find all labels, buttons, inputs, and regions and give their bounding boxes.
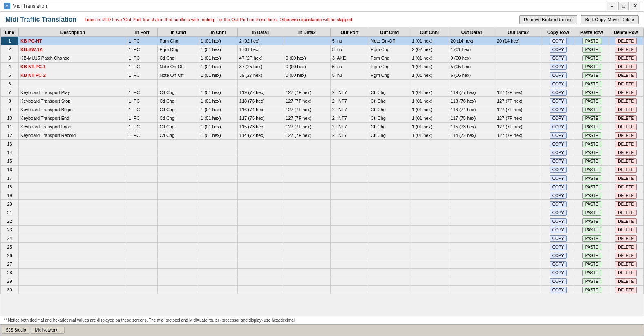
cell-delete[interactable]: DELETE [608, 234, 644, 243]
cell-out-port[interactable] [330, 251, 369, 260]
cell-out-cmd[interactable] [369, 277, 410, 286]
cell-in-cmd[interactable] [158, 269, 199, 277]
cell-in-d2[interactable]: 127 (7F hex) [284, 123, 330, 131]
cell-out-d1[interactable]: 118 (76 hex) [449, 97, 495, 105]
cell-in-d1[interactable] [237, 148, 284, 157]
cell-desc[interactable]: KB PC-NT [19, 37, 127, 45]
cell-out-d2[interactable]: 127 (7F hex) [495, 97, 541, 105]
paste-row-button[interactable]: PASTE [582, 115, 601, 121]
delete-row-button[interactable]: DELETE [615, 98, 637, 104]
cell-delete[interactable]: DELETE [608, 277, 644, 286]
cell-in-cmd[interactable] [158, 251, 199, 260]
table-row[interactable]: 24 COPY PASTE DELETE [1, 234, 644, 243]
paste-row-button[interactable]: PASTE [582, 47, 601, 53]
cell-copy[interactable]: COPY [541, 191, 575, 200]
cell-in-cmd[interactable] [158, 226, 199, 234]
cell-copy[interactable]: COPY [541, 243, 575, 251]
cell-in-port[interactable] [127, 208, 158, 217]
cell-out-d1[interactable] [449, 183, 495, 191]
cell-in-cmd[interactable] [158, 243, 199, 251]
cell-desc[interactable] [19, 286, 127, 294]
cell-out-d2[interactable] [495, 191, 541, 200]
cell-paste[interactable]: PASTE [575, 277, 608, 286]
cell-in-d2[interactable] [284, 140, 330, 148]
cell-out-port[interactable]: 2: INT7 [330, 88, 369, 97]
paste-row-button[interactable]: PASTE [582, 193, 601, 199]
cell-out-chn[interactable] [410, 269, 449, 277]
delete-row-button[interactable]: DELETE [615, 90, 637, 96]
cell-copy[interactable]: COPY [541, 234, 575, 243]
table-row[interactable]: 25 COPY PASTE DELETE [1, 243, 644, 251]
cell-out-d1[interactable] [449, 226, 495, 234]
cell-in-chn[interactable]: 1 (01 hex) [199, 131, 238, 140]
cell-out-chn[interactable] [410, 80, 449, 88]
cell-in-port[interactable] [127, 260, 158, 269]
cell-in-chn[interactable]: 1 (01 hex) [199, 97, 238, 105]
cell-in-chn[interactable] [199, 80, 238, 88]
cell-in-cmd[interactable]: Ctl Chg [158, 97, 199, 105]
cell-in-chn[interactable] [199, 260, 238, 269]
cell-out-d1[interactable]: 119 (77 hex) [449, 88, 495, 97]
paste-row-button[interactable]: PASTE [582, 98, 601, 104]
cell-in-d1[interactable] [237, 200, 284, 208]
cell-out-d1[interactable] [449, 234, 495, 243]
cell-in-chn[interactable] [199, 251, 238, 260]
cell-out-chn[interactable]: 1 (01 hex) [410, 71, 449, 80]
table-row[interactable]: 12 Keyboard Transport Record 1: PC Ctl C… [1, 131, 644, 140]
cell-in-port[interactable]: 1: PC [127, 63, 158, 71]
cell-out-cmd[interactable]: Pgm Chg [369, 71, 410, 80]
cell-out-cmd[interactable] [369, 286, 410, 294]
cell-in-chn[interactable] [199, 226, 238, 234]
cell-paste[interactable]: PASTE [575, 54, 608, 63]
taskbar-item-sjs[interactable]: SJS Studio [2, 327, 29, 334]
table-row[interactable]: 9 Keyboard Transport Begin 1: PC Ctl Chg… [1, 105, 644, 114]
cell-out-d2[interactable] [495, 45, 541, 54]
copy-row-button[interactable]: COPY [550, 210, 567, 216]
cell-out-chn[interactable]: 1 (01 hex) [410, 37, 449, 45]
cell-out-d1[interactable]: 1 (01 hex) [449, 45, 495, 54]
cell-paste[interactable]: PASTE [575, 243, 608, 251]
cell-out-port[interactable] [330, 277, 369, 286]
cell-in-d1[interactable]: 47 (2F hex) [237, 54, 284, 63]
cell-in-port[interactable] [127, 286, 158, 294]
delete-row-button[interactable]: DELETE [615, 150, 637, 156]
cell-out-d1[interactable]: 0 (00 hex) [449, 54, 495, 63]
cell-in-d1[interactable] [237, 243, 284, 251]
taskbar-item-midi[interactable]: MidiNetwork... [31, 327, 64, 334]
cell-out-chn[interactable] [410, 157, 449, 166]
cell-in-d2[interactable] [284, 208, 330, 217]
cell-out-d2[interactable]: 127 (7F hex) [495, 123, 541, 131]
copy-row-button[interactable]: COPY [550, 132, 567, 139]
cell-out-d1[interactable] [449, 200, 495, 208]
cell-in-cmd[interactable]: Note On-Off [158, 71, 199, 80]
cell-out-d2[interactable] [495, 226, 541, 234]
cell-in-port[interactable]: 1: PC [127, 97, 158, 105]
table-row[interactable]: 29 COPY PASTE DELETE [1, 277, 644, 286]
paste-row-button[interactable]: PASTE [582, 175, 601, 181]
cell-copy[interactable]: COPY [541, 286, 575, 294]
table-row[interactable]: 4 KB NT-PC-1 1: PC Note On-Off 1 (01 hex… [1, 63, 644, 71]
cell-copy[interactable]: COPY [541, 105, 575, 114]
cell-desc[interactable] [19, 217, 127, 226]
cell-in-port[interactable] [127, 251, 158, 260]
cell-in-d2[interactable] [284, 251, 330, 260]
cell-out-cmd[interactable]: Ctl Chg [369, 88, 410, 97]
cell-in-d1[interactable]: 39 (27 hex) [237, 71, 284, 80]
cell-delete[interactable]: DELETE [608, 123, 644, 131]
cell-in-cmd[interactable] [158, 191, 199, 200]
cell-in-port[interactable] [127, 226, 158, 234]
cell-in-chn[interactable] [199, 217, 238, 226]
copy-row-button[interactable]: COPY [550, 38, 567, 44]
cell-out-d2[interactable] [495, 208, 541, 217]
table-container[interactable]: Line Description In Port In Cmd In Chnl … [0, 28, 644, 316]
cell-paste[interactable]: PASTE [575, 97, 608, 105]
cell-paste[interactable]: PASTE [575, 63, 608, 71]
cell-paste[interactable]: PASTE [575, 37, 608, 45]
paste-row-button[interactable]: PASTE [582, 227, 601, 233]
cell-out-chn[interactable]: 1 (01 hex) [410, 97, 449, 105]
cell-desc[interactable] [19, 208, 127, 217]
delete-row-button[interactable]: DELETE [615, 124, 637, 130]
minimize-button[interactable]: − [607, 2, 617, 10]
cell-out-d2[interactable] [495, 234, 541, 243]
cell-in-cmd[interactable] [158, 234, 199, 243]
